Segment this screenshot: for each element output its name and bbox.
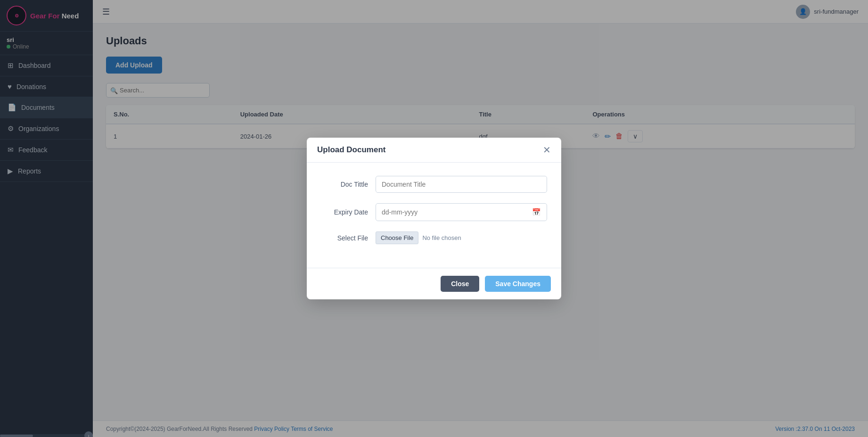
expiry-date-row: Expiry Date 📅 [321,203,547,221]
calendar-icon: 📅 [532,208,541,216]
doc-title-input[interactable] [376,176,547,193]
modal-close-button[interactable]: ✕ [543,145,551,155]
modal-header: Upload Document ✕ [307,138,561,163]
upload-document-modal: Upload Document ✕ Doc Tittle Expiry Date… [307,138,561,299]
file-input-wrapper: Choose File No file chosen [376,231,461,244]
modal-title: Upload Document [317,145,385,155]
choose-file-button[interactable]: Choose File [376,231,418,244]
doc-title-row: Doc Tittle [321,176,547,193]
expiry-date-field[interactable]: 📅 [376,203,547,221]
expiry-date-label: Expiry Date [321,208,368,216]
modal-body: Doc Tittle Expiry Date 📅 Select File Cho… [307,163,561,268]
select-file-row: Select File Choose File No file chosen [321,231,547,244]
doc-title-label: Doc Tittle [321,181,368,188]
modal-footer: Close Save Changes [307,268,561,299]
modal-overlay[interactable]: Upload Document ✕ Doc Tittle Expiry Date… [0,0,868,437]
expiry-date-input[interactable] [382,208,532,216]
no-file-text: No file chosen [422,234,461,241]
modal-close-footer-button[interactable]: Close [441,276,479,292]
select-file-label: Select File [321,234,368,242]
save-changes-button[interactable]: Save Changes [485,276,551,292]
